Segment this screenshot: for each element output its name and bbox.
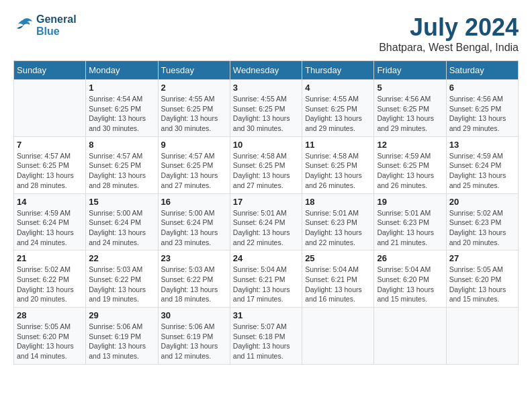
- day-number: 13: [449, 140, 515, 150]
- day-info: Sunrise: 4:55 AM Sunset: 6:25 PM Dayligh…: [161, 94, 227, 134]
- day-number: 7: [17, 140, 83, 150]
- day-number: 31: [233, 310, 299, 320]
- calendar-cell: 11Sunrise: 4:58 AM Sunset: 6:25 PM Dayli…: [302, 136, 374, 193]
- calendar-cell: 23Sunrise: 5:03 AM Sunset: 6:22 PM Dayli…: [158, 250, 230, 308]
- day-info: Sunrise: 5:04 AM Sunset: 6:21 PM Dayligh…: [233, 265, 299, 304]
- day-number: 21: [17, 253, 83, 263]
- day-info: Sunrise: 4:56 AM Sunset: 6:25 PM Dayligh…: [449, 94, 515, 134]
- day-number: 14: [17, 197, 83, 207]
- calendar-cell: 22Sunrise: 5:03 AM Sunset: 6:22 PM Dayli…: [86, 250, 158, 308]
- calendar-week-row: 28Sunrise: 5:05 AM Sunset: 6:20 PM Dayli…: [14, 308, 519, 365]
- calendar-week-row: 21Sunrise: 5:02 AM Sunset: 6:22 PM Dayli…: [14, 250, 519, 308]
- day-number: 24: [233, 253, 299, 263]
- day-number: 27: [449, 253, 515, 263]
- calendar-table: SundayMondayTuesdayWednesdayThursdayFrid…: [13, 60, 519, 365]
- day-info: Sunrise: 5:01 AM Sunset: 6:23 PM Dayligh…: [377, 208, 443, 248]
- calendar-cell: 1Sunrise: 4:54 AM Sunset: 6:25 PM Daylig…: [86, 80, 158, 137]
- calendar-week-row: 7Sunrise: 4:57 AM Sunset: 6:25 PM Daylig…: [14, 136, 519, 193]
- calendar-cell: 10Sunrise: 4:58 AM Sunset: 6:25 PM Dayli…: [230, 136, 302, 193]
- day-number: 12: [377, 140, 443, 150]
- day-number: 28: [17, 310, 83, 320]
- day-number: 19: [377, 197, 443, 207]
- day-info: Sunrise: 4:57 AM Sunset: 6:25 PM Dayligh…: [161, 151, 227, 191]
- day-info: Sunrise: 5:00 AM Sunset: 6:24 PM Dayligh…: [89, 208, 154, 248]
- day-number: 26: [377, 253, 443, 263]
- day-info: Sunrise: 5:03 AM Sunset: 6:22 PM Dayligh…: [89, 265, 154, 304]
- day-info: Sunrise: 5:00 AM Sunset: 6:24 PM Dayligh…: [161, 208, 227, 248]
- day-number: 11: [305, 140, 371, 150]
- day-info: Sunrise: 4:54 AM Sunset: 6:25 PM Dayligh…: [89, 94, 154, 134]
- calendar-cell: 8Sunrise: 4:57 AM Sunset: 6:25 PM Daylig…: [86, 136, 158, 193]
- day-number: 20: [449, 197, 515, 207]
- day-info: Sunrise: 4:57 AM Sunset: 6:25 PM Dayligh…: [17, 151, 83, 191]
- calendar-cell: [302, 308, 374, 365]
- day-info: Sunrise: 5:02 AM Sunset: 6:22 PM Dayligh…: [17, 265, 83, 304]
- day-info: Sunrise: 4:55 AM Sunset: 6:25 PM Dayligh…: [305, 94, 371, 134]
- day-info: Sunrise: 5:06 AM Sunset: 6:19 PM Dayligh…: [161, 322, 227, 361]
- day-info: Sunrise: 4:59 AM Sunset: 6:24 PM Dayligh…: [17, 208, 83, 248]
- calendar-cell: 30Sunrise: 5:06 AM Sunset: 6:19 PM Dayli…: [158, 308, 230, 365]
- page-header: General Blue July 2024 Bhatpara, West Be…: [13, 13, 519, 54]
- logo: General Blue: [13, 13, 77, 38]
- calendar-cell: 18Sunrise: 5:01 AM Sunset: 6:23 PM Dayli…: [302, 193, 374, 250]
- day-info: Sunrise: 5:05 AM Sunset: 6:20 PM Dayligh…: [17, 322, 83, 361]
- calendar-cell: 25Sunrise: 5:04 AM Sunset: 6:21 PM Dayli…: [302, 250, 374, 308]
- day-number: 1: [89, 83, 154, 93]
- calendar-cell: 16Sunrise: 5:00 AM Sunset: 6:24 PM Dayli…: [158, 193, 230, 250]
- calendar-cell: 5Sunrise: 4:56 AM Sunset: 6:25 PM Daylig…: [374, 80, 446, 137]
- calendar-week-row: 1Sunrise: 4:54 AM Sunset: 6:25 PM Daylig…: [14, 80, 519, 137]
- title-block: July 2024 Bhatpara, West Bengal, India: [379, 13, 519, 54]
- day-number: 29: [89, 310, 154, 320]
- day-info: Sunrise: 5:05 AM Sunset: 6:20 PM Dayligh…: [449, 265, 515, 304]
- day-number: 23: [161, 253, 227, 263]
- calendar-cell: 28Sunrise: 5:05 AM Sunset: 6:20 PM Dayli…: [14, 308, 86, 365]
- calendar-cell: 20Sunrise: 5:02 AM Sunset: 6:23 PM Dayli…: [446, 193, 518, 250]
- calendar-week-row: 14Sunrise: 4:59 AM Sunset: 6:24 PM Dayli…: [14, 193, 519, 250]
- calendar-cell: 21Sunrise: 5:02 AM Sunset: 6:22 PM Dayli…: [14, 250, 86, 308]
- calendar-cell: 15Sunrise: 5:00 AM Sunset: 6:24 PM Dayli…: [86, 193, 158, 250]
- column-header-sunday: Sunday: [14, 61, 86, 80]
- column-header-wednesday: Wednesday: [230, 61, 302, 80]
- day-info: Sunrise: 4:58 AM Sunset: 6:25 PM Dayligh…: [233, 151, 299, 191]
- day-info: Sunrise: 5:01 AM Sunset: 6:24 PM Dayligh…: [233, 208, 299, 248]
- calendar-cell: 29Sunrise: 5:06 AM Sunset: 6:19 PM Dayli…: [86, 308, 158, 365]
- day-number: 8: [89, 140, 154, 150]
- day-number: 22: [89, 253, 154, 263]
- day-number: 9: [161, 140, 227, 150]
- day-info: Sunrise: 5:01 AM Sunset: 6:23 PM Dayligh…: [305, 208, 371, 248]
- logo-text: General Blue: [36, 13, 77, 38]
- day-number: 5: [377, 83, 443, 93]
- column-header-monday: Monday: [86, 61, 158, 80]
- column-header-thursday: Thursday: [302, 61, 374, 80]
- day-number: 4: [305, 83, 371, 93]
- day-info: Sunrise: 4:58 AM Sunset: 6:25 PM Dayligh…: [305, 151, 371, 191]
- day-number: 6: [449, 83, 515, 93]
- calendar-cell: 3Sunrise: 4:55 AM Sunset: 6:25 PM Daylig…: [230, 80, 302, 137]
- calendar-cell: 19Sunrise: 5:01 AM Sunset: 6:23 PM Dayli…: [374, 193, 446, 250]
- day-number: 17: [233, 197, 299, 207]
- day-info: Sunrise: 4:59 AM Sunset: 6:25 PM Dayligh…: [377, 151, 443, 191]
- day-info: Sunrise: 5:06 AM Sunset: 6:19 PM Dayligh…: [89, 322, 154, 361]
- calendar-cell: 7Sunrise: 4:57 AM Sunset: 6:25 PM Daylig…: [14, 136, 86, 193]
- calendar-cell: [446, 308, 518, 365]
- calendar-cell: 17Sunrise: 5:01 AM Sunset: 6:24 PM Dayli…: [230, 193, 302, 250]
- calendar-cell: 14Sunrise: 4:59 AM Sunset: 6:24 PM Dayli…: [14, 193, 86, 250]
- day-info: Sunrise: 5:04 AM Sunset: 6:20 PM Dayligh…: [377, 265, 443, 304]
- day-info: Sunrise: 4:55 AM Sunset: 6:25 PM Dayligh…: [233, 94, 299, 134]
- column-header-friday: Friday: [374, 61, 446, 80]
- day-info: Sunrise: 5:02 AM Sunset: 6:23 PM Dayligh…: [449, 208, 515, 248]
- day-info: Sunrise: 5:04 AM Sunset: 6:21 PM Dayligh…: [305, 265, 371, 304]
- day-info: Sunrise: 5:03 AM Sunset: 6:22 PM Dayligh…: [161, 265, 227, 304]
- day-number: 15: [89, 197, 154, 207]
- calendar-cell: 4Sunrise: 4:55 AM Sunset: 6:25 PM Daylig…: [302, 80, 374, 137]
- calendar-cell: 26Sunrise: 5:04 AM Sunset: 6:20 PM Dayli…: [374, 250, 446, 308]
- day-info: Sunrise: 5:07 AM Sunset: 6:18 PM Dayligh…: [233, 322, 299, 361]
- location-title: Bhatpara, West Bengal, India: [379, 42, 519, 54]
- calendar-cell: 2Sunrise: 4:55 AM Sunset: 6:25 PM Daylig…: [158, 80, 230, 137]
- calendar-cell: 6Sunrise: 4:56 AM Sunset: 6:25 PM Daylig…: [446, 80, 518, 137]
- calendar-cell: [14, 80, 86, 137]
- calendar-cell: 12Sunrise: 4:59 AM Sunset: 6:25 PM Dayli…: [374, 136, 446, 193]
- day-number: 10: [233, 140, 299, 150]
- calendar-cell: 13Sunrise: 4:59 AM Sunset: 6:24 PM Dayli…: [446, 136, 518, 193]
- calendar-cell: 27Sunrise: 5:05 AM Sunset: 6:20 PM Dayli…: [446, 250, 518, 308]
